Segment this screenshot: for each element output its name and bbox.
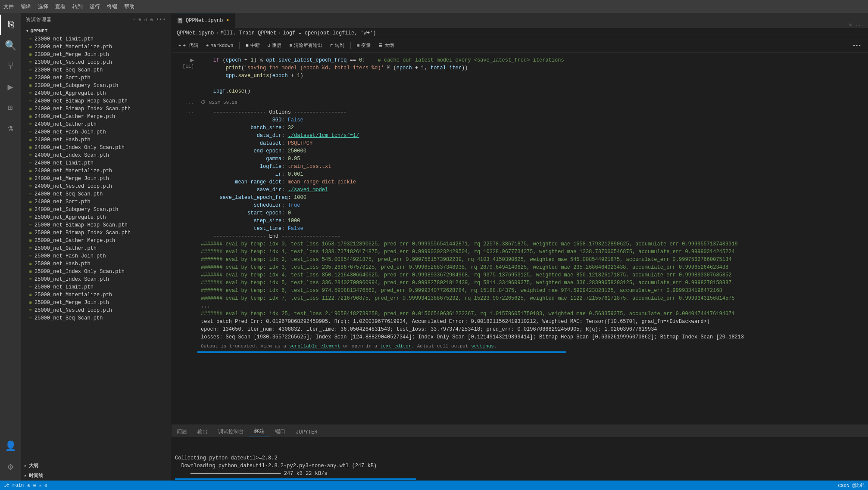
settings-activity-icon[interactable]: ⚙ (0, 456, 21, 477)
menu-terminal[interactable]: 终端 (107, 3, 117, 10)
file-item[interactable]: ≡24000_net_Gather Merge.pth (21, 113, 171, 121)
file-item[interactable]: ≡24000_net_Seq Scan.pth (21, 190, 171, 198)
file-item[interactable]: ≡23000_net_Subquery Scan.pth (21, 82, 171, 90)
breadcrumb-part-0[interactable]: QPPNet.ipynb (177, 30, 214, 36)
file-item[interactable]: ≡25000_net_Gather.pth (21, 245, 171, 252)
interrupt-btn[interactable]: ■ 中断 (242, 41, 263, 50)
panel-tab-debug[interactable]: 调试控制台 (213, 426, 249, 437)
file-item[interactable]: ≡25000_net_Gather Merge.pth (21, 237, 171, 245)
menu-run[interactable]: 运行 (90, 3, 100, 10)
settings-link[interactable]: settings (471, 344, 494, 349)
sidebar-outline-section[interactable]: ▸ 大纲 (21, 461, 171, 471)
menu-file[interactable]: 文件 (3, 3, 14, 10)
truncated-dot: . (494, 344, 497, 349)
new-file-icon[interactable]: + (133, 17, 136, 22)
sidebar: 资源管理器 + ⊕ ↺ ⊖ ••• ▾ QPPNET ≡23000_net_Li… (21, 13, 172, 481)
run-debug-activity-icon[interactable]: ▶ (0, 77, 21, 97)
account-activity-icon[interactable]: 👤 (0, 436, 21, 456)
menu-help[interactable]: 帮助 (124, 3, 134, 10)
file-item[interactable]: ≡24000_net_Gather.pth (21, 121, 171, 128)
new-folder-icon[interactable]: ⊕ (138, 17, 142, 22)
panel-tab-output[interactable]: 输出 (192, 426, 213, 437)
file-item[interactable]: ≡23000_net_Limit.pth (21, 35, 171, 43)
file-item[interactable]: ≡24000_net_Subquery Scan.pth (21, 206, 171, 214)
file-item[interactable]: ≡25000_net_Seq Scan.pth (21, 314, 171, 322)
file-item[interactable]: ≡24000_net_Merge Join.pth (21, 175, 171, 183)
file-item[interactable]: ≡25000_net_Index Only Scan.pth (21, 268, 171, 276)
menu-goto[interactable]: 转到 (72, 3, 83, 10)
file-item[interactable]: ≡24000_net_Index Only Scan.pth (21, 144, 171, 152)
sidebar-timeline-section[interactable]: ▸ 时间线 (21, 471, 171, 481)
main-layout: ⎘ 🔍 ⑂ ▶ ⊞ ⚗ 👤 ⚙ 资源管理器 + ⊕ ↺ ⊖ ••• ▾ QPPN… (0, 13, 868, 481)
file-item[interactable]: ≡25000_net_Bitmap Index Scan.pth (21, 229, 171, 237)
file-item[interactable]: ≡25000_net_Nested Loop.pth (21, 307, 171, 314)
menu-view[interactable]: 查看 (55, 3, 66, 10)
refresh-icon[interactable]: ↺ (144, 17, 148, 22)
panel-content[interactable]: Collecting python-dateutil>=2.8.2 Downlo… (172, 437, 868, 481)
chevron-right-icon: ▸ (24, 463, 27, 468)
more-actions-icon[interactable]: ••• (156, 17, 166, 22)
file-item[interactable]: ≡24000_net_Sort.pth (21, 198, 171, 206)
file-item[interactable]: ≡24000_net_Materialize.pth (21, 167, 171, 175)
add-markdown-label: Markdown (210, 43, 233, 48)
file-item[interactable]: ≡24000_net_Index Scan.pth (21, 152, 171, 159)
menu-bar[interactable]: 文件 编辑 选择 查看 转到 运行 终端 帮助 (3, 3, 134, 10)
file-item[interactable]: ≡25000_net_Bitmap Heap Scan.pth (21, 221, 171, 229)
file-item[interactable]: ≡23000_net_Sort.pth (21, 74, 171, 82)
file-item[interactable]: ≡24000_net_Nested Loop.pth (21, 183, 171, 190)
file-item[interactable]: ≡25000_net_Hash Join.pth (21, 252, 171, 260)
explorer-activity-icon[interactable]: ⎘ (0, 15, 21, 35)
file-item[interactable]: ≡24000_net_Limit.pth (21, 159, 171, 167)
file-item[interactable]: ≡24000_net_Bitmap Index Scan.pth (21, 105, 171, 113)
file-item[interactable]: ≡23000_net_Nested Loop.pth (21, 59, 171, 66)
file-item[interactable]: ≡25000_net_Materialize.pth (21, 291, 171, 299)
clear-output-btn[interactable]: ≡ 清除所有输出 (286, 41, 326, 50)
file-item[interactable]: ≡25000_net_Merge Join.pth (21, 299, 171, 307)
file-item[interactable]: ≡25000_net_Index Scan.pth (21, 276, 171, 283)
file-item[interactable]: ≡25000_net_Aggregate.pth (21, 214, 171, 221)
more-tabs-icon[interactable]: ... (855, 22, 865, 28)
panel-tab-terminal[interactable]: 终端 (249, 426, 270, 437)
notebook-content[interactable]: ▶ [11] if (epoch + 1) % opt.save_latest_… (172, 53, 868, 425)
sidebar-header: 资源管理器 + ⊕ ↺ ⊖ ••• (21, 13, 171, 26)
file-item[interactable]: ≡24000_net_Aggregate.pth (21, 90, 171, 97)
flask-activity-icon[interactable]: ⚗ (0, 118, 21, 139)
menu-select[interactable]: 选择 (38, 3, 48, 10)
variables-btn[interactable]: ⊞ 变量 (353, 41, 375, 50)
cell-run-btn-11[interactable]: ▶ (190, 56, 194, 64)
breadcrumb-part-2[interactable]: logf = open(opt.logfile, 'w+') (283, 30, 376, 36)
expand-icon[interactable]: ⇲ (849, 22, 852, 28)
scrollable-link[interactable]: scrollable element (289, 344, 340, 349)
execution-time: 823m 59.2s (209, 100, 237, 105)
file-item[interactable]: ≡24000_net_Hash.pth (21, 136, 171, 144)
add-markdown-btn[interactable]: + Markdown (203, 42, 237, 50)
breadcrumb-part-1[interactable]: MIII. Train QPPNet (221, 30, 277, 36)
file-item[interactable]: ≡23000_net_Materialize.pth (21, 43, 171, 51)
panel-tab-jupyter[interactable]: JUPYTER (290, 428, 322, 437)
scroll-indicator (197, 351, 566, 353)
collapse-all-icon[interactable]: ⊖ (150, 17, 154, 22)
notebook-tab[interactable]: 📓 QPPNet.ipynb • (172, 13, 235, 28)
file-item[interactable]: ≡23000_net_Merge Join.pth (21, 51, 171, 59)
more-btn[interactable]: ••• (849, 42, 865, 50)
panel-tab-problems[interactable]: 问题 (172, 426, 192, 437)
file-item[interactable]: ≡23000_net_Seq Scan.pth (21, 66, 171, 74)
add-code-btn[interactable]: + + 代码 (175, 41, 202, 50)
file-item[interactable]: ≡24000_net_Hash Join.pth (21, 128, 171, 136)
file-item[interactable]: ≡24000_net_Bitmap Heap Scan.pth (21, 97, 171, 105)
text-editor-link[interactable]: text editor (380, 344, 412, 349)
sidebar-root-section[interactable]: ▾ QPPNET (21, 26, 171, 35)
search-activity-icon[interactable]: 🔍 (0, 35, 21, 56)
outline-btn[interactable]: ☰ 大纲 (375, 41, 397, 50)
more-icon: ••• (852, 43, 861, 48)
goto-btn[interactable]: ↱ 转到 (327, 41, 348, 50)
menu-edit[interactable]: 编辑 (21, 3, 31, 10)
source-control-activity-icon[interactable]: ⑂ (0, 56, 21, 77)
panel-tabs: 问题 输出 调试控制台 终端 端口 JUPYTER (172, 425, 868, 437)
file-item[interactable]: ≡25000_net_Hash.pth (21, 260, 171, 268)
restart-btn[interactable]: ↺ 重启 (264, 41, 285, 50)
truncated-end: . Adjust cell output (412, 344, 471, 349)
file-item[interactable]: ≡25000_net_Limit.pth (21, 283, 171, 291)
panel-tab-ports[interactable]: 端口 (270, 426, 290, 437)
extensions-activity-icon[interactable]: ⊞ (0, 97, 21, 118)
